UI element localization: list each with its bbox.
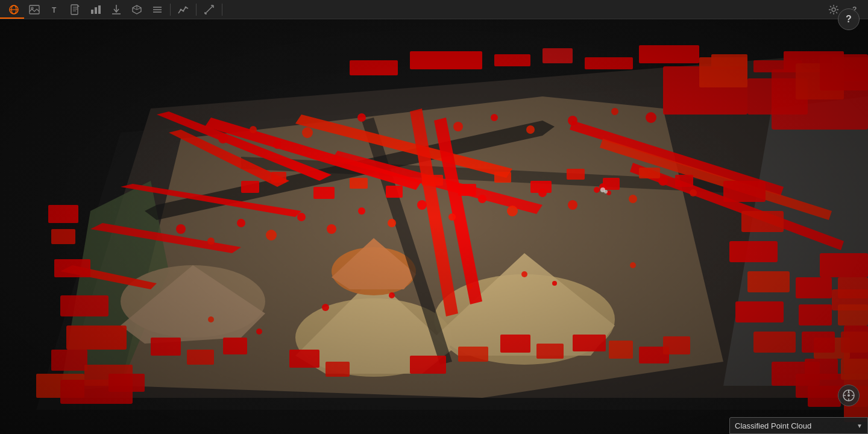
svg-rect-159: [91, 10, 93, 14]
help-button-label: ?: [846, 14, 852, 25]
document-icon[interactable]: [66, 1, 84, 19]
view-mode-label: Classified Point Cloud: [735, 421, 853, 430]
toolbar: T: [0, 0, 868, 19]
svg-line-166: [133, 8, 137, 10]
svg-point-173: [185, 6, 187, 8]
toolbar-divider-2: [196, 4, 197, 16]
image-icon[interactable]: [25, 1, 43, 19]
svg-point-179: [832, 8, 835, 11]
svg-marker-158: [78, 5, 80, 7]
chevron-down-icon: ▼: [857, 423, 863, 429]
svg-rect-161: [98, 5, 101, 14]
bar-chart-icon[interactable]: [87, 1, 105, 19]
svg-point-152: [31, 7, 33, 9]
main-viewport: T: [0, 0, 868, 434]
line-chart-icon[interactable]: [174, 1, 192, 19]
svg-rect-160: [95, 7, 97, 14]
layers-icon[interactable]: [148, 1, 166, 19]
svg-line-167: [137, 8, 141, 10]
help-button[interactable]: ?: [838, 8, 860, 30]
svg-marker-187: [848, 391, 850, 394]
svg-point-171: [180, 8, 182, 10]
svg-line-174: [205, 5, 213, 14]
measure-icon[interactable]: [200, 1, 218, 19]
svg-point-182: [848, 394, 850, 397]
box-3d-icon[interactable]: [128, 1, 146, 19]
view-mode-dropdown[interactable]: Classified Point Cloud ▼: [729, 417, 868, 434]
svg-point-147: [604, 190, 608, 193]
svg-rect-145: [0, 0, 868, 434]
toolbar-divider-1: [170, 4, 171, 16]
svg-rect-154: [71, 5, 78, 14]
download-icon[interactable]: [107, 1, 125, 19]
svg-point-172: [183, 10, 184, 11]
text-label-icon[interactable]: T: [46, 1, 64, 19]
globe-icon[interactable]: [5, 1, 23, 19]
svg-text:T: T: [52, 6, 57, 14]
loading-progress-bar: [0, 17, 24, 19]
point-cloud-scene: [0, 0, 868, 434]
compass-icon: [842, 389, 855, 402]
toolbar-divider-3: [222, 4, 222, 16]
compass-button[interactable]: [838, 385, 860, 406]
